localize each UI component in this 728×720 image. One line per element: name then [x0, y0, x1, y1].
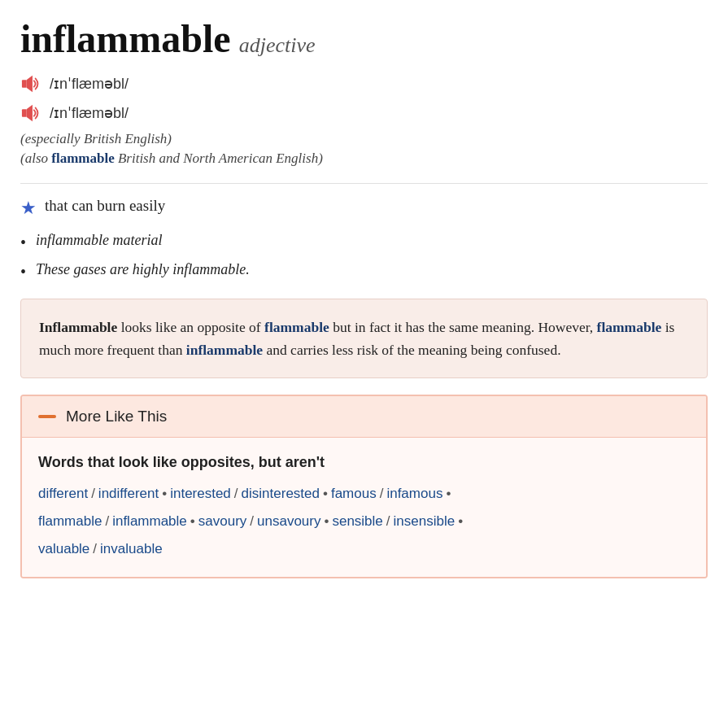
part-of-speech: adjective — [239, 33, 316, 57]
divider — [20, 183, 708, 184]
example-text-2: These gases are highly inflammable. — [36, 261, 250, 278]
more-like-this-body: Words that look like opposites, but aren… — [22, 438, 706, 577]
usage-word3[interactable]: flammable — [597, 319, 662, 335]
example-item-2: These gases are highly inflammable. — [20, 261, 708, 282]
link-valuable[interactable]: valuable — [38, 541, 89, 557]
link-different[interactable]: different — [38, 486, 88, 502]
pronunciation-uk-text: /ɪnˈflæməbl/ — [50, 104, 129, 122]
more-like-this-label: More Like This — [66, 408, 167, 425]
pronunciation-uk-row: /ɪnˈflæməbl/ — [20, 102, 708, 124]
also-flammable-link[interactable]: flammable — [51, 151, 114, 166]
link-interested[interactable]: interested — [170, 486, 231, 502]
word-links-row-2: flammable / inflammable • savoury / unsa… — [38, 513, 690, 530]
collapse-icon — [38, 415, 56, 418]
usage-word2[interactable]: flammable — [264, 319, 329, 335]
usage-note-box: Inflammable looks like an opposite of fl… — [20, 299, 708, 378]
example-text-1: inflammable material — [36, 232, 163, 249]
word-links-row-3: valuable / invaluable — [38, 541, 690, 557]
link-flammable[interactable]: flammable — [38, 513, 102, 530]
pronunciation-us-text: /ɪnˈflæməbl/ — [50, 75, 129, 93]
region-note: (especially British English) — [20, 131, 708, 147]
definition-row: ★ that can burn easily — [20, 197, 708, 219]
usage-mid1: looks like an opposite of — [117, 319, 264, 335]
link-inflammable[interactable]: inflammable — [112, 513, 187, 530]
star-icon: ★ — [20, 198, 37, 219]
svg-rect-2 — [22, 109, 27, 116]
example-item-1: inflammable material — [20, 232, 708, 253]
more-like-this-section: More Like This Words that look like oppo… — [20, 395, 708, 578]
link-indifferent[interactable]: indifferent — [98, 486, 159, 502]
link-infamous[interactable]: infamous — [386, 486, 442, 502]
svg-marker-3 — [27, 105, 33, 121]
link-unsavoury[interactable]: unsavoury — [257, 513, 320, 530]
word-links-row-1: different / indifferent • interested / d… — [38, 486, 690, 502]
svg-rect-0 — [22, 80, 27, 87]
mlt-subtitle: Words that look like opposites, but aren… — [38, 454, 690, 471]
link-sensible[interactable]: sensible — [332, 513, 382, 530]
usage-word1: Inflammable — [39, 319, 117, 335]
speaker-uk-icon[interactable] — [20, 102, 43, 124]
link-famous[interactable]: famous — [331, 486, 377, 502]
also-note: (also flammable British and North Americ… — [20, 151, 708, 167]
usage-end: and carries less risk of the meaning bei… — [263, 342, 560, 358]
link-disinterested[interactable]: disinterested — [242, 486, 320, 502]
svg-marker-1 — [27, 76, 33, 92]
pronunciation-us-row: /ɪnˈflæməbl/ — [20, 72, 708, 95]
usage-mid2: but in fact it has the same meaning. How… — [329, 319, 597, 335]
more-like-this-header[interactable]: More Like This — [22, 396, 706, 438]
link-invaluable[interactable]: invaluable — [100, 541, 163, 557]
headword: inflammable — [20, 17, 231, 60]
examples-list: inflammable material These gases are hig… — [20, 232, 708, 282]
title-row: inflammableadjective — [20, 16, 708, 61]
definition-text: that can burn easily — [45, 197, 165, 215]
link-insensible[interactable]: insensible — [394, 513, 456, 530]
link-savoury[interactable]: savoury — [198, 513, 247, 530]
speaker-us-icon[interactable] — [20, 72, 43, 95]
usage-word4[interactable]: inflammable — [186, 342, 263, 358]
